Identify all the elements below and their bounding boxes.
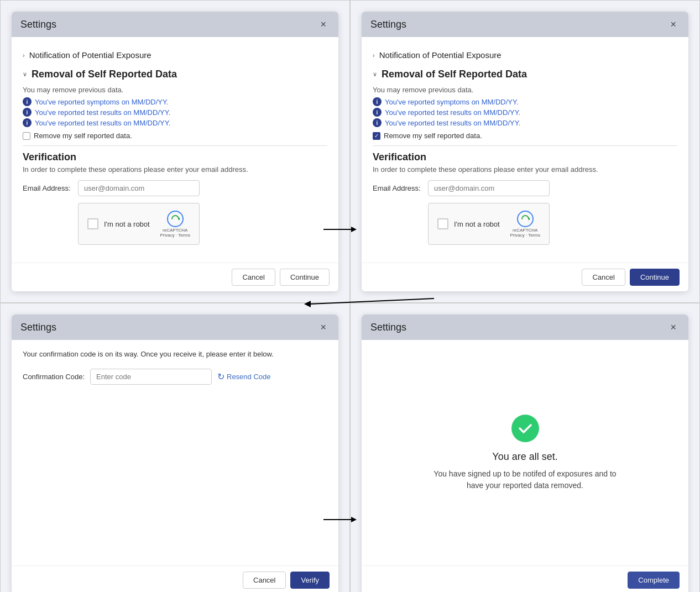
removal-checkbox-row-1: Remove my self reported data.	[23, 132, 327, 140]
removal-chevron-1: ∨	[23, 71, 27, 78]
svg-point-2	[518, 211, 533, 227]
recaptcha-checkbox-2[interactable]	[437, 218, 448, 229]
verification-desc-2: In order to complete these operations pl…	[373, 165, 677, 174]
svg-marker-1	[179, 217, 180, 221]
dialog-2-close-button[interactable]: ×	[667, 18, 680, 30]
resend-code-3[interactable]: ↻ Resend Code	[217, 371, 271, 382]
removal-checkbox-label-2: Remove my self reported data.	[384, 132, 482, 140]
removal-info-2c: i You've reported test results on MM/DD/…	[373, 118, 677, 127]
code-label-3: Confirmation Code:	[23, 373, 85, 381]
removal-info-2: i You've reported test results on MM/DD/…	[23, 108, 327, 117]
email-input-2[interactable]	[428, 180, 550, 196]
removal-checkbox-2[interactable]: ✓	[373, 132, 380, 140]
dialog-4-footer: Complete	[362, 565, 688, 592]
recaptcha-icon-svg-2	[516, 210, 534, 228]
info-link-2a[interactable]: You've reported symptoms on MM/DD/YY.	[385, 98, 519, 106]
removal-checkbox-1[interactable]	[23, 132, 30, 140]
recaptcha-checkbox-1[interactable]	[87, 218, 98, 229]
checkmark-svg-4	[518, 421, 533, 436]
quadrant-3: Settings × Your confirmation code is on …	[0, 303, 350, 592]
recaptcha-left-1: I'm not a robot	[87, 218, 150, 229]
info-link-1c[interactable]: You've reported test results on MM/DD/YY…	[35, 119, 170, 127]
removal-title-2: Removal of Self Reported Data	[382, 69, 527, 80]
resend-label-3: Resend Code	[227, 373, 271, 381]
dialog-4-complete-button[interactable]: Complete	[628, 572, 680, 589]
removal-checkbox-row-2: ✓ Remove my self reported data.	[373, 132, 677, 140]
dialog-2-cancel-button[interactable]: Cancel	[582, 269, 625, 286]
dialog-2-footer: Cancel Continue	[362, 263, 688, 291]
removal-subtext-1: You may remove previous data.	[23, 86, 327, 94]
svg-marker-3	[529, 217, 530, 221]
info-link-2c[interactable]: You've reported test results on MM/DD/YY…	[385, 119, 520, 127]
verification-section-1: Verification In order to complete these …	[23, 151, 327, 245]
dialog-4: Settings × You are all set. You have sig…	[362, 315, 688, 592]
dialog-1: Settings × › Notification of Potential E…	[12, 12, 338, 291]
dialog-3-footer: Cancel Verify	[12, 565, 338, 592]
removal-header-1[interactable]: ∨ Removal of Self Reported Data	[23, 64, 327, 85]
success-desc-4: You have signed up to be notifed of expo…	[431, 468, 619, 491]
dialog-3-title: Settings	[20, 322, 56, 333]
code-input-3[interactable]	[90, 369, 212, 385]
recaptcha-sub-1: Privacy · Terms	[160, 233, 190, 238]
notification-chevron-1: ›	[23, 52, 25, 59]
recaptcha-1[interactable]: I'm not a robot reCAPTCHA Privacy · Term…	[78, 203, 200, 245]
resend-icon-3: ↻	[217, 371, 224, 382]
removal-chevron-2: ∨	[373, 71, 377, 78]
removal-header-2[interactable]: ∨ Removal of Self Reported Data	[373, 64, 677, 85]
dialog-3: Settings × Your confirmation code is on …	[12, 315, 338, 592]
info-link-1a[interactable]: You've reported symptoms on MM/DD/YY.	[35, 98, 169, 106]
dialog-2: Settings × › Notification of Potential E…	[362, 12, 688, 291]
dialog-2-body: › Notification of Potential Exposure ∨ R…	[362, 37, 688, 263]
verification-title-1: Verification	[23, 151, 327, 163]
notification-section-1[interactable]: › Notification of Potential Exposure	[23, 46, 327, 64]
email-row-2: Email Address:	[373, 180, 677, 196]
removal-info-2a: i You've reported symptoms on MM/DD/YY.	[373, 97, 677, 106]
dialog-1-footer: Cancel Continue	[12, 263, 338, 291]
recaptcha-2[interactable]: I'm not a robot reCAPTCHA Privacy · Term…	[428, 203, 550, 245]
recaptcha-logo-2: reCAPTCHA Privacy · Terms	[510, 210, 540, 238]
svg-point-0	[168, 211, 183, 227]
info-icon-2a: i	[373, 97, 382, 106]
dialog-4-close-button[interactable]: ×	[667, 321, 680, 333]
dialog-1-close-button[interactable]: ×	[317, 18, 330, 30]
quadrant-1: Settings × › Notification of Potential E…	[0, 0, 350, 303]
recaptcha-text-2: I'm not a robot	[454, 220, 500, 228]
recaptcha-sub-2: Privacy · Terms	[510, 233, 540, 238]
notification-section-2[interactable]: › Notification of Potential Exposure	[373, 46, 677, 64]
recaptcha-text-1: I'm not a robot	[104, 220, 150, 228]
quadrant-2: Settings × › Notification of Potential E…	[350, 0, 700, 303]
recaptcha-brand-2: reCAPTCHA	[513, 228, 537, 233]
success-icon-4	[511, 415, 539, 442]
dialog-3-cancel-button[interactable]: Cancel	[243, 572, 286, 589]
info-icon-1c: i	[23, 118, 32, 127]
info-icon-2c: i	[373, 118, 382, 127]
removal-info-3: i You've reported test results on MM/DD/…	[23, 118, 327, 127]
dialog-1-cancel-button[interactable]: Cancel	[232, 269, 275, 286]
removal-checkbox-label-1: Remove my self reported data.	[34, 132, 132, 140]
verification-desc-1: In order to complete these operations pl…	[23, 165, 327, 174]
dialog-3-close-button[interactable]: ×	[317, 321, 330, 333]
dialog-1-continue-button[interactable]: Continue	[280, 269, 330, 286]
email-label-2: Email Address:	[373, 184, 422, 192]
info-link-1b[interactable]: You've reported test results on MM/DD/YY…	[35, 108, 170, 117]
email-input-1[interactable]	[78, 180, 200, 196]
code-row-3: Confirmation Code: ↻ Resend Code	[23, 369, 327, 385]
info-icon-2b: i	[373, 108, 382, 117]
quadrant-4: Settings × You are all set. You have sig…	[350, 303, 700, 592]
dialog-2-continue-button[interactable]: Continue	[630, 269, 680, 286]
notification-title-1: Notification of Potential Exposure	[29, 50, 152, 60]
info-link-2b[interactable]: You've reported test results on MM/DD/YY…	[385, 108, 520, 117]
removal-section-2: ∨ Removal of Self Reported Data You may …	[373, 64, 677, 140]
dialog-2-title: Settings	[370, 19, 406, 30]
dialog-1-body: › Notification of Potential Exposure ∨ R…	[12, 37, 338, 263]
dialog-4-body: You are all set. You have signed up to b…	[362, 340, 688, 565]
removal-subtext-2: You may remove previous data.	[373, 86, 677, 94]
dialog-4-title: Settings	[370, 322, 406, 333]
recaptcha-left-2: I'm not a robot	[437, 218, 500, 229]
divider-1	[23, 145, 327, 146]
email-label-1: Email Address:	[23, 184, 72, 192]
dialog-1-header: Settings ×	[12, 12, 338, 37]
email-row-1: Email Address:	[23, 180, 327, 196]
removal-info-1: i You've reported symptoms on MM/DD/YY.	[23, 97, 327, 106]
dialog-3-verify-button[interactable]: Verify	[290, 572, 330, 589]
